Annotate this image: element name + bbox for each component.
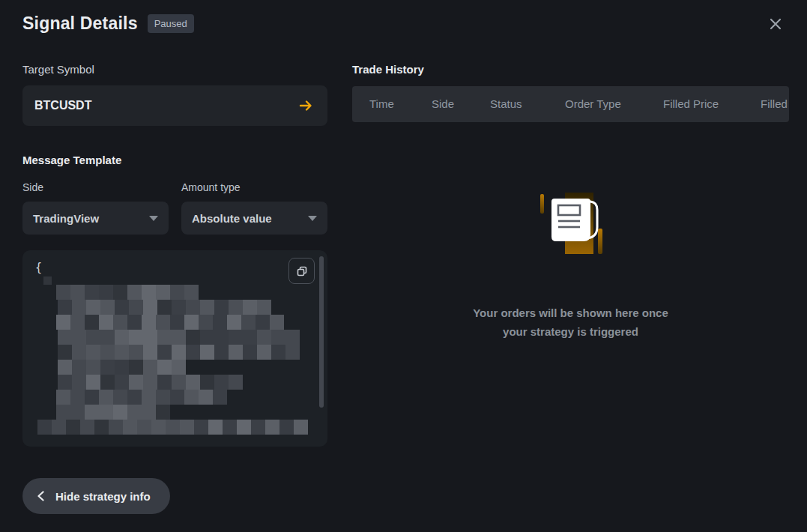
close-button[interactable] xyxy=(767,15,785,33)
side-dropdown[interactable]: TradingView xyxy=(22,202,169,235)
side-dropdown-value: TradingView xyxy=(33,212,149,225)
amount-type-dropdown[interactable]: Absolute value xyxy=(181,202,327,235)
message-template-code-block: { xyxy=(22,250,327,447)
hide-strategy-info-label: Hide strategy info xyxy=(55,490,151,503)
amount-type-label: Amount type xyxy=(181,181,327,193)
amount-type-dropdown-value: Absolute value xyxy=(192,212,308,225)
page-title: Signal Details xyxy=(22,13,138,34)
scrollbar-thumb[interactable] xyxy=(319,256,324,408)
chevron-down-icon xyxy=(149,216,158,221)
side-label: Side xyxy=(22,181,169,193)
modal-body: Target Symbol BTCUSDT Message Template S… xyxy=(22,63,789,514)
amount-type-dropdown-group: Amount type Absolute value xyxy=(181,181,327,235)
empty-state-message: Your orders will be shown here once your… xyxy=(473,303,668,341)
message-template-heading: Message Template xyxy=(22,154,327,166)
modal-header: Signal Details Paused xyxy=(22,13,789,34)
target-symbol-value: BTCUSDT xyxy=(34,99,297,112)
target-symbol-label: Target Symbol xyxy=(22,63,327,76)
column-header-filled-price: Filled Price xyxy=(663,86,719,122)
copy-icon xyxy=(295,265,309,278)
template-options-row: Side TradingView Amount type Absolute va… xyxy=(22,181,327,235)
order-document-icon xyxy=(531,185,611,269)
arrow-right-icon[interactable] xyxy=(297,97,315,115)
status-badge: Paused xyxy=(148,14,194,33)
column-header-time: Time xyxy=(369,86,394,122)
side-dropdown-group: Side TradingView xyxy=(22,181,169,235)
signal-details-modal: Signal Details Paused Target Symbol BTCU… xyxy=(0,0,807,532)
target-symbol-field[interactable]: BTCUSDT xyxy=(22,85,327,126)
chevron-left-icon xyxy=(36,491,55,501)
column-header-side: Side xyxy=(432,86,454,122)
strategy-info-panel: Target Symbol BTCUSDT Message Template S… xyxy=(22,63,327,514)
column-header-order-type: Order Type xyxy=(565,86,621,122)
empty-state-message-line1: Your orders will be shown here once xyxy=(473,303,668,322)
trade-history-heading: Trade History xyxy=(352,63,789,76)
chevron-down-icon xyxy=(308,216,317,221)
trade-history-table-header: Time Side Status Order Type Filled Price… xyxy=(352,86,789,122)
close-icon xyxy=(768,16,783,31)
column-header-status: Status xyxy=(490,86,522,122)
empty-state-message-line2: your strategy is triggered xyxy=(473,322,668,341)
trade-history-panel: Trade History Time Side Status Order Typ… xyxy=(352,63,789,514)
copy-button[interactable] xyxy=(288,258,315,284)
redacted-content xyxy=(35,276,327,435)
empty-state: Your orders will be shown here once your… xyxy=(352,185,789,341)
column-header-filled: Filled xyxy=(761,86,788,122)
code-open-brace: { xyxy=(35,261,42,274)
hide-strategy-info-button[interactable]: Hide strategy info xyxy=(22,478,170,514)
